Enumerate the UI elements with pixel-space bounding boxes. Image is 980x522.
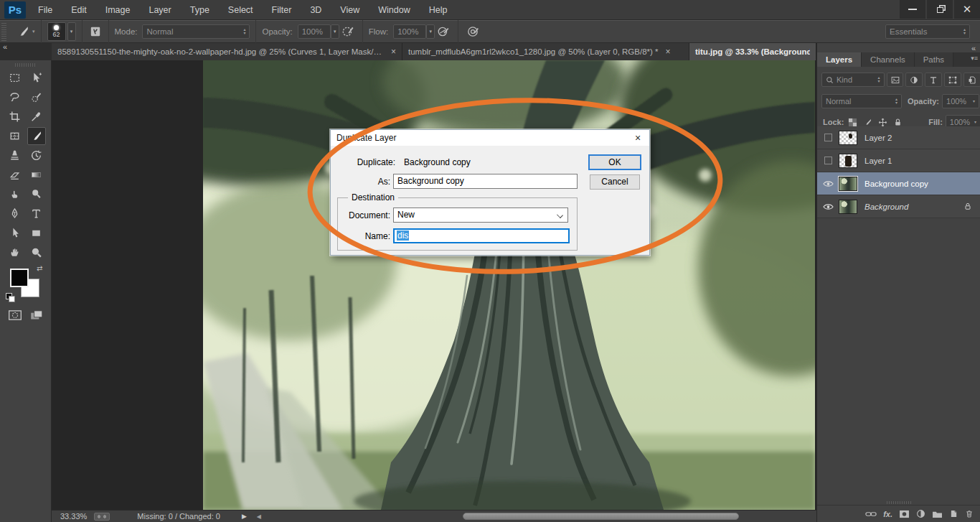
- status-expand-icon[interactable]: ▶: [242, 513, 247, 520]
- flow-dropdown[interactable]: 100%: [393, 24, 426, 39]
- move-tool-icon[interactable]: [27, 69, 46, 87]
- horizontal-scrollbar[interactable]: [463, 513, 739, 520]
- hand-tool-icon[interactable]: [6, 243, 24, 261]
- opacity-dropdown[interactable]: 100%: [298, 24, 331, 39]
- visibility-toggle[interactable]: [817, 157, 839, 164]
- menu-view[interactable]: View: [331, 0, 369, 20]
- brush-preset-picker[interactable]: 62 ▾: [42, 20, 83, 43]
- filter-adjustment-icon[interactable]: [905, 73, 923, 87]
- add-mask-icon[interactable]: [899, 510, 910, 518]
- visibility-toggle[interactable]: [817, 180, 839, 188]
- layer-style-icon[interactable]: fx.: [883, 510, 892, 518]
- crop-tool-icon[interactable]: [6, 108, 24, 126]
- cancel-button[interactable]: Cancel: [590, 174, 640, 190]
- dialog-titlebar[interactable]: Duplicate Layer ×: [331, 130, 649, 146]
- canvas-pasteboard[interactable]: [52, 60, 816, 510]
- layer-name[interactable]: Layer 1: [864, 157, 892, 165]
- quick-selection-tool-icon[interactable]: [27, 88, 46, 106]
- brush-picker-arrow[interactable]: ▾: [67, 22, 76, 41]
- dodge-tool-icon[interactable]: [27, 185, 46, 203]
- lasso-tool-icon[interactable]: [6, 88, 24, 106]
- document-tab-1[interactable]: 8589130551150-the-mighty-oak-no-2-wallpa…: [52, 43, 402, 60]
- document-tab-2[interactable]: tumblr_mdflubA6gm1rl2wkco1_1280.jpg @ 50…: [402, 43, 689, 60]
- menu-filter[interactable]: Filter: [263, 0, 301, 20]
- filter-shape-icon[interactable]: [944, 73, 961, 87]
- type-tool-icon[interactable]: [27, 205, 46, 223]
- menu-edit[interactable]: Edit: [62, 0, 96, 20]
- menu-select[interactable]: Select: [219, 0, 263, 20]
- pressure-size-group[interactable]: [458, 20, 487, 43]
- gradient-tool-icon[interactable]: [27, 166, 46, 184]
- panel-menu-icon[interactable]: ▾≡: [971, 52, 980, 67]
- layer-name[interactable]: Layer 2: [864, 134, 892, 142]
- screen-mode-icon[interactable]: [29, 309, 44, 322]
- swap-colors-icon[interactable]: ⇄: [37, 264, 42, 272]
- history-brush-tool-icon[interactable]: [27, 146, 46, 164]
- close-button[interactable]: ✕: [954, 0, 980, 19]
- flow-arrow[interactable]: ▾: [426, 24, 435, 39]
- layer1-thumbnail[interactable]: [839, 154, 857, 168]
- layer-row-layer2[interactable]: Layer 2: [817, 126, 980, 149]
- menu-image[interactable]: Image: [96, 0, 140, 20]
- document-tab-3-active[interactable]: titu.jpg @ 33.3% (Background c: [689, 43, 816, 60]
- name-input[interactable]: dis: [393, 228, 570, 243]
- panel-resize-grip[interactable]: [887, 501, 911, 504]
- patch-tool-icon[interactable]: [6, 127, 24, 145]
- layer-row-background[interactable]: Background: [817, 195, 980, 218]
- quick-mask-icon[interactable]: [8, 309, 22, 322]
- background-thumbnail[interactable]: [839, 200, 857, 214]
- dialog-close-icon[interactable]: ×: [626, 132, 649, 144]
- new-adjustment-icon[interactable]: [916, 509, 925, 518]
- as-input[interactable]: Background copy: [393, 174, 578, 189]
- layer-row-layer1[interactable]: Layer 1: [817, 149, 980, 172]
- brush-preview[interactable]: 62: [47, 22, 66, 41]
- delete-layer-icon[interactable]: [965, 509, 974, 518]
- filter-smart-object-icon[interactable]: [963, 73, 980, 87]
- tab-paths[interactable]: Paths: [915, 52, 953, 67]
- scroll-left-icon[interactable]: ◀: [257, 513, 261, 520]
- layer-opacity-dropdown[interactable]: 100% ▾: [942, 94, 979, 108]
- marquee-tool-icon[interactable]: [6, 69, 24, 87]
- clone-stamp-tool-icon[interactable]: [6, 146, 24, 164]
- layer-name[interactable]: Background copy: [864, 180, 928, 188]
- shape-tool-icon[interactable]: [27, 224, 46, 242]
- zoom-tool-icon[interactable]: [27, 243, 46, 261]
- zoom-level[interactable]: 33.33%: [60, 512, 87, 521]
- mode-dropdown[interactable]: Normal ▴▾: [142, 24, 250, 39]
- menu-3d[interactable]: 3D: [301, 0, 331, 20]
- new-group-icon[interactable]: [932, 510, 943, 518]
- layer-name[interactable]: Background: [864, 202, 908, 211]
- layer2-thumbnail[interactable]: [839, 131, 857, 145]
- blend-mode-dropdown[interactable]: Normal ▴▾: [821, 94, 902, 108]
- filter-pixel-icon[interactable]: [887, 73, 904, 87]
- menu-type[interactable]: Type: [181, 0, 219, 20]
- path-selection-tool-icon[interactable]: [6, 224, 24, 242]
- pen-tool-icon[interactable]: [6, 205, 24, 223]
- brush-tool-icon-selected[interactable]: [27, 127, 46, 145]
- layer-row-background-copy[interactable]: Background copy: [817, 172, 980, 195]
- tab-2-close-icon[interactable]: ×: [666, 47, 671, 57]
- tab-layers[interactable]: Layers: [817, 52, 862, 67]
- filter-kind-dropdown[interactable]: Kind ▴▾: [821, 73, 885, 87]
- menu-window[interactable]: Window: [369, 0, 419, 20]
- document-photo-oak-tree[interactable]: [203, 60, 815, 510]
- tool-preset-group[interactable]: ▾: [9, 20, 42, 43]
- ok-button[interactable]: OK: [588, 154, 641, 170]
- visibility-toggle[interactable]: [817, 134, 839, 141]
- menu-file[interactable]: File: [29, 0, 62, 20]
- restore-button[interactable]: [927, 0, 953, 19]
- foreground-color-chip[interactable]: [10, 269, 29, 287]
- new-layer-icon[interactable]: [949, 509, 958, 518]
- airbrush-icon[interactable]: [435, 24, 452, 39]
- smudge-tool-icon[interactable]: [6, 185, 24, 203]
- menu-help[interactable]: Help: [420, 0, 457, 20]
- opacity-arrow[interactable]: ▾: [331, 24, 339, 39]
- link-layers-icon[interactable]: [865, 510, 877, 518]
- eraser-tool-icon[interactable]: [6, 166, 24, 184]
- tab-channels[interactable]: Channels: [862, 52, 915, 67]
- panel-toggle-group[interactable]: [83, 20, 109, 43]
- minimize-button[interactable]: [900, 0, 925, 19]
- pressure-opacity-icon[interactable]: [339, 24, 357, 39]
- background-copy-thumbnail[interactable]: [839, 177, 857, 191]
- filter-type-icon[interactable]: [925, 73, 942, 87]
